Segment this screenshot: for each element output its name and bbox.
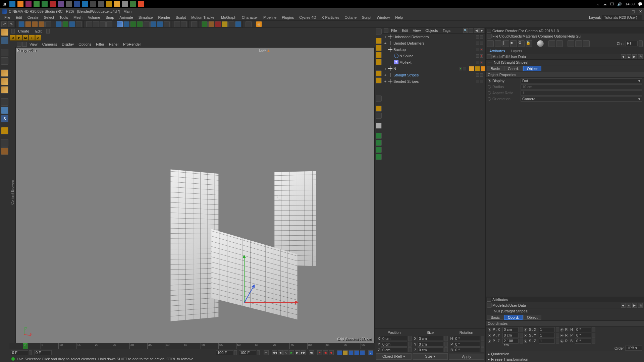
- render-view[interactable]: [86, 21, 92, 27]
- scale-tool[interactable]: [32, 21, 38, 27]
- render-settings[interactable]: [106, 21, 112, 27]
- obj-visibility-dots[interactable]: [476, 73, 483, 77]
- light-add[interactable]: [164, 21, 170, 27]
- tray-volume-icon[interactable]: 🔊: [617, 2, 622, 6]
- coord-apply-button[interactable]: Apply: [449, 354, 484, 360]
- menu-create[interactable]: Create: [25, 15, 41, 20]
- coord-pos-Z[interactable]: 0 cm: [381, 347, 407, 352]
- edges-mode[interactable]: [1, 78, 8, 85]
- generator-2[interactable]: [137, 21, 143, 27]
- sz-spin[interactable]: [556, 339, 559, 344]
- coord-pos-Y[interactable]: 0 cm: [381, 342, 407, 347]
- octane-menu-compare[interactable]: Compare: [538, 34, 553, 38]
- om-home-icon[interactable]: [384, 28, 388, 33]
- vp-btn-h[interactable]: [376, 154, 382, 160]
- tray-battery-icon[interactable]: 🗔: [610, 2, 614, 6]
- obj-row-unbended-deformers[interactable]: +Unbended Deformers: [382, 34, 485, 40]
- coord-size-Z[interactable]: 0 cm: [418, 347, 444, 352]
- px-input[interactable]: 0 cm: [502, 327, 519, 332]
- obj-name[interactable]: MoText: [399, 60, 475, 64]
- axis-y[interactable]: [62, 21, 68, 27]
- gold-d[interactable]: D: [10, 35, 16, 41]
- pz-radio[interactable]: [488, 340, 491, 343]
- sz-input[interactable]: 1: [539, 339, 555, 344]
- vp-hud[interactable]: [376, 28, 382, 35]
- planar-wp[interactable]: [1, 139, 8, 146]
- vp-menu-options[interactable]: Options: [76, 42, 93, 47]
- vp-menu-prorender[interactable]: ProRender: [121, 42, 143, 47]
- menu-character[interactable]: Character: [239, 15, 260, 20]
- move-gizmo[interactable]: [244, 302, 244, 303]
- vp-cam-rot[interactable]: [376, 59, 382, 65]
- expand-icon[interactable]: +: [384, 35, 387, 39]
- octane-menu-help[interactable]: Help: [568, 34, 575, 38]
- coord-size-Y-spin[interactable]: [444, 342, 448, 347]
- app-icon-13[interactable]: [106, 1, 112, 7]
- coord-rot-X[interactable]: 0 °: [454, 336, 480, 341]
- menu-mesh[interactable]: Mesh: [71, 15, 85, 20]
- vp-menu-filter[interactable]: Filter: [94, 42, 106, 47]
- primitive-cube[interactable]: [117, 21, 123, 27]
- octane-menu-objects[interactable]: Objects: [509, 34, 522, 38]
- extra-tool[interactable]: [1, 147, 8, 155]
- axis-z[interactable]: [69, 21, 75, 27]
- tl-range-end[interactable]: 100 F: [239, 350, 256, 355]
- gizmo-y-axis[interactable]: [244, 256, 245, 303]
- coord-rot-Y[interactable]: 0 °: [454, 342, 480, 347]
- attr-nav-new[interactable]: ⎘: [638, 54, 643, 59]
- app-icon-8[interactable]: [66, 1, 72, 7]
- obj-name[interactable]: Bended Stripes: [393, 79, 475, 83]
- tl-rec-key[interactable]: ●: [317, 350, 322, 355]
- tl-scale-ch[interactable]: [343, 350, 348, 355]
- tool-b[interactable]: [181, 21, 187, 27]
- oct-btn-lock[interactable]: 🔒: [526, 40, 532, 47]
- viewport-solo[interactable]: [1, 107, 8, 114]
- vp-cam-zoom[interactable]: [376, 52, 382, 58]
- sx-input[interactable]: 1: [539, 327, 555, 332]
- om-fwd[interactable]: ▶: [479, 28, 484, 33]
- attr-menu-edit[interactable]: Edit: [502, 55, 509, 59]
- obj-name[interactable]: N.Spline: [399, 54, 475, 58]
- sx-spin[interactable]: [556, 327, 559, 332]
- tl-param-ch[interactable]: [354, 350, 359, 355]
- vp-menu-view[interactable]: View: [28, 42, 40, 47]
- camera-add[interactable]: [157, 21, 163, 27]
- attr-tab-basic[interactable]: Basic: [487, 66, 503, 71]
- snap-toggle[interactable]: S: [1, 115, 8, 122]
- obj-name[interactable]: Straight Stripes: [393, 73, 475, 77]
- vp-frame-sel[interactable]: [376, 77, 382, 83]
- menu-select[interactable]: Select: [42, 15, 57, 20]
- xp-em[interactable]: [202, 21, 208, 27]
- menu-script[interactable]: Script: [360, 15, 374, 20]
- tl-sound[interactable]: ♪: [368, 350, 373, 355]
- app-icon-5[interactable]: [42, 1, 48, 7]
- om-menu-file[interactable]: File: [389, 28, 399, 33]
- palette-expander-l[interactable]: [11, 29, 15, 34]
- attr2-nav-next[interactable]: ▶: [632, 303, 637, 308]
- obj-tag-1[interactable]: [475, 66, 480, 71]
- obj-row-n-spline[interactable]: N.Spline: [382, 53, 485, 59]
- render-region[interactable]: [93, 21, 99, 27]
- rh-radio[interactable]: [560, 328, 564, 331]
- px-spin[interactable]: [520, 327, 523, 332]
- oct-btn-d[interactable]: [575, 40, 582, 47]
- menu-snap[interactable]: Snap: [103, 15, 117, 20]
- tool-a[interactable]: [174, 21, 180, 27]
- oct-btn-c[interactable]: [568, 40, 574, 47]
- coord-pos-X[interactable]: 0 cm: [381, 336, 407, 341]
- oct-chn-spin[interactable]: [639, 40, 643, 47]
- attr2-menu-user-data[interactable]: User Data: [509, 303, 526, 307]
- octane-home-icon[interactable]: [487, 34, 492, 39]
- oct-btn-e[interactable]: [583, 40, 590, 47]
- attr-tab-layers[interactable]: Layers: [508, 49, 525, 53]
- app-icon-10[interactable]: [82, 1, 88, 7]
- attr-nav-prev[interactable]: ◀: [621, 54, 626, 59]
- menu-sculpt[interactable]: Sculpt: [173, 15, 189, 20]
- redo-button[interactable]: ↷: [8, 21, 14, 27]
- py-input[interactable]: 0 cm: [502, 333, 519, 338]
- obj-row-motext[interactable]: TMoText: [382, 59, 485, 65]
- coord-pos-Y-spin[interactable]: [408, 342, 412, 347]
- rb-input[interactable]: 0 °: [575, 339, 591, 344]
- oct-btn-settings[interactable]: ⚙: [518, 40, 525, 47]
- menu-x-particles[interactable]: X-Particles: [319, 15, 341, 20]
